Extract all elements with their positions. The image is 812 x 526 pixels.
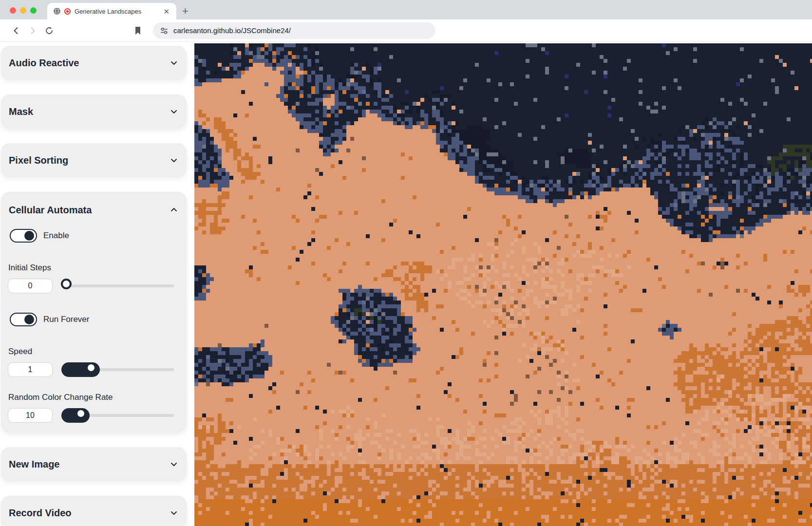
chevron-down-icon [169,58,179,68]
zoom-window-button[interactable] [30,7,37,14]
random-color-change-rate-input[interactable] [8,408,53,423]
panel-cellular-automata: Cellular Automata Enable Initial Steps [1,192,187,432]
tab-bar: Generative Landscapes ✕ + [0,0,812,19]
panel-title: Mask [9,106,33,117]
browser-tab[interactable]: Generative Landscapes ✕ [47,3,176,19]
panel-audio-reactive-header[interactable]: Audio Reactive [1,46,187,80]
initial-steps-label: Initial Steps [8,263,174,273]
tab-recording-indicator-icon [64,8,71,15]
panel-title: Pixel Sorting [9,155,68,166]
run-forever-toggle-label: Run Forever [43,315,89,324]
toggle-knob [24,231,34,241]
enable-toggle[interactable] [10,229,37,243]
artwork-area [194,42,812,526]
page-content: Audio Reactive Mask Pixel Sorting [0,42,812,526]
url-text: carlesanton.github.io/JSCombine24/ [173,26,291,35]
panel-mask: Mask [1,94,187,129]
slider-thumb[interactable] [76,408,86,419]
globe-favicon-icon [53,7,61,15]
url-bar[interactable]: carlesanton.github.io/JSCombine24/ [153,22,435,39]
random-color-change-rate-slider[interactable] [61,408,174,423]
toggle-knob [24,315,34,324]
back-icon [12,26,20,35]
initial-steps-slider[interactable] [61,279,174,293]
chevron-down-icon [169,155,179,165]
speed-input[interactable] [8,362,53,377]
bookmark-icon [133,26,142,36]
panel-record-video-header[interactable]: Record Video [1,496,187,526]
close-window-button[interactable] [10,7,16,14]
browser-window: Generative Landscapes ✕ + [0,0,812,526]
reload-icon [44,26,54,36]
panel-record-video: Record Video [1,496,187,526]
chevron-down-icon [169,508,179,518]
controls-sidebar: Audio Reactive Mask Pixel Sorting [0,42,194,526]
chevron-up-icon [169,205,179,215]
forward-icon [28,26,37,35]
tab-title: Generative Landscapes [75,8,161,15]
run-forever-toggle[interactable] [10,313,37,326]
panel-title: Audio Reactive [9,57,79,69]
panel-title: Record Video [9,507,72,519]
reload-button[interactable] [41,22,57,39]
panel-pixel-sorting-header[interactable]: Pixel Sorting [1,143,187,177]
generative-canvas [194,43,812,526]
forward-button[interactable] [24,22,41,39]
speed-slider[interactable] [61,362,174,377]
new-tab-button[interactable]: + [182,6,189,17]
bookmark-button[interactable] [130,22,146,39]
panel-new-image-header[interactable]: New Image [1,447,187,481]
speed-label: Speed [8,347,174,357]
back-button[interactable] [8,22,24,39]
browser-toolbar: carlesanton.github.io/JSCombine24/ [0,19,812,42]
tab-close-button[interactable]: ✕ [161,7,171,16]
chevron-down-icon [169,459,179,469]
slider-thumb[interactable] [61,279,72,289]
panel-title: New Image [9,459,59,470]
slider-thumb[interactable] [86,362,96,373]
tune-icon[interactable] [160,26,169,35]
chevron-down-icon [169,107,179,116]
minimize-window-button[interactable] [20,7,26,14]
slider-track[interactable] [61,284,174,287]
enable-toggle-label: Enable [43,231,69,241]
initial-steps-input[interactable] [8,279,53,293]
panel-pixel-sorting: Pixel Sorting [1,143,187,177]
panel-new-image: New Image [1,447,187,481]
panel-cellular-automata-header[interactable]: Cellular Automata [1,192,187,223]
random-color-change-rate-label: Random Color Change Rate [8,393,174,402]
panel-audio-reactive: Audio Reactive [1,46,187,80]
panel-title: Cellular Automata [9,205,92,216]
panel-mask-header[interactable]: Mask [1,94,187,129]
window-controls [10,7,37,14]
